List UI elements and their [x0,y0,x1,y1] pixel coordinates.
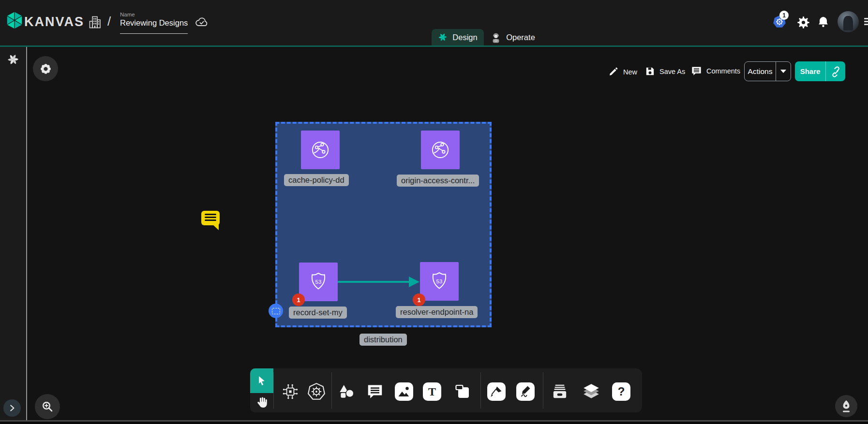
help-glyph: ? [618,386,625,397]
comment-tool[interactable] [366,383,384,400]
globe-icon [309,139,331,161]
badge-record-set[interactable]: 1 [292,293,305,306]
bell-icon[interactable] [817,15,829,29]
node-label-origin-access: origin-access-contr... [397,175,479,187]
group-selection-handle[interactable] [269,304,283,318]
comment-icon [691,66,702,76]
comments-button[interactable]: Comments [691,66,740,76]
components-tool[interactable] [281,382,299,401]
new-button-label: New [623,68,637,76]
comment-marker[interactable] [201,211,220,225]
avatar[interactable] [838,11,859,32]
group-label-distribution: distribution [359,334,407,346]
pen-dock-button[interactable] [835,395,857,417]
shapes-tool[interactable] [337,382,356,401]
window-bottom-strip [0,422,868,424]
tab-design-label: Design [452,33,477,42]
logo-wordmark[interactable]: KANVAS [24,15,84,29]
text-tool-glyph: T [428,386,436,397]
gear-icon[interactable] [797,16,810,29]
kubernetes-wheel-icon [307,382,326,401]
comment-icon [366,383,384,400]
note-tool[interactable] [453,382,472,401]
chevron-right-icon [7,403,17,413]
tab-operate-label: Operate [506,33,535,42]
link-icon [830,66,841,77]
route53-shield-icon: 53 [428,270,450,292]
design-name-label: Name [120,12,135,17]
image-tool[interactable] [395,382,413,401]
left-sidebar [0,47,27,424]
actions-dropdown-toggle[interactable] [776,62,791,81]
note-icon [453,382,472,401]
layers-icon [582,383,600,400]
tab-design[interactable]: Design [432,29,484,45]
tab-indicator-line [0,45,868,47]
actions-split-button[interactable]: Actions [744,61,791,81]
help-tool[interactable]: ? [612,382,630,401]
route53-shield-icon: 53 [307,271,329,293]
kanvas-logo-icon[interactable] [6,11,23,30]
dock-flower-button[interactable] [33,56,58,81]
kubernetes-tool[interactable] [307,382,326,401]
globe-icon [429,139,451,161]
share-split-button[interactable]: Share [795,61,845,81]
tab-operate[interactable]: Operate [485,29,541,45]
zoom-in-icon [41,400,54,413]
comment-marker-tail [212,224,219,230]
comments-button-label: Comments [706,67,740,75]
bottom-toolbar: T [250,368,642,412]
meshery-swirl-icon[interactable] [7,53,19,66]
circuit-icon [281,382,299,401]
pen-tool[interactable] [487,382,506,401]
kanvas-app: KANVAS / Name [0,0,868,424]
operator-icon [491,31,501,43]
shapes-icon [337,382,356,401]
pen-nib-icon [840,399,853,413]
save-as-button[interactable]: Save As [645,66,685,76]
breadcrumb-separator: / [107,14,111,29]
pencil-tool[interactable] [516,382,535,401]
pencil-icon [608,66,619,77]
save-as-button-label: Save As [659,68,685,75]
text-tool[interactable]: T [423,382,441,401]
drawer-tool[interactable] [550,383,569,400]
edge-record-to-resolver[interactable] [338,281,410,283]
node-resolver-endpoint[interactable]: 53 [420,262,459,301]
badge-resolver-endpoint[interactable]: 1 [413,293,425,306]
node-origin-access[interactable] [421,131,460,169]
caret-down-icon [780,70,786,73]
copy-link-button[interactable] [825,61,845,81]
design-swirl-icon [438,32,448,42]
pen-path-icon [487,382,506,401]
header-bar: KANVAS / Name [0,0,868,45]
flower-icon [39,62,52,75]
design-name-input[interactable] [120,18,188,34]
building-icon[interactable] [88,15,102,29]
drawer-icon [550,383,569,400]
new-button[interactable]: New [608,66,637,77]
pencil-draw-icon [516,382,535,401]
node-label-record-set: record-set-my [289,307,347,319]
svg-text:53: 53 [436,278,443,284]
layers-tool[interactable] [582,383,600,400]
svg-text:53: 53 [315,279,322,285]
node-record-set[interactable]: 53 [299,263,338,301]
kubernetes-context-badge[interactable]: 1 [779,11,789,20]
node-cache-policy[interactable] [301,131,340,169]
floppy-icon [645,66,655,76]
cloud-sync-icon[interactable] [195,16,209,28]
select-tool[interactable] [250,368,273,393]
zoom-button[interactable] [35,394,60,419]
image-icon [395,382,413,401]
edge-arrowhead [409,277,419,287]
sidebar-expand-button[interactable] [3,399,21,417]
menu-icon[interactable] [864,18,868,27]
node-label-cache-policy: cache-policy-dd [284,174,349,186]
node-label-resolver-endpoint: resolver-endpoint-na [396,306,478,318]
actions-button-label[interactable]: Actions [745,62,776,81]
pan-tool[interactable] [250,393,273,412]
share-button-label[interactable]: Share [795,61,825,81]
cursor-icon [255,375,268,387]
hand-icon [255,396,268,409]
